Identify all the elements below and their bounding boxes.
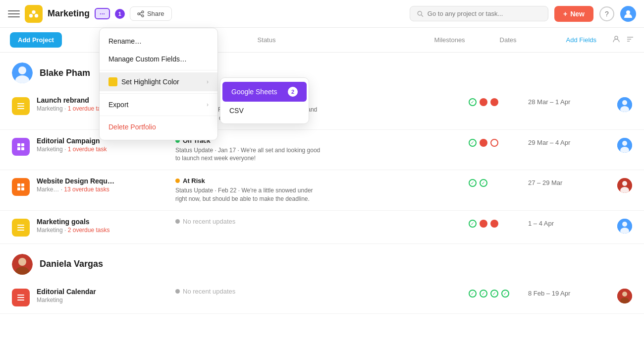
website-design-info: Website Design Requ… Marke… · 13 overdue… <box>37 177 165 193</box>
context-menu: Rename… Manage Custom Fields… Set Highli… <box>99 28 218 140</box>
dropdown-container: Rename… Manage Custom Fields… Set Highli… <box>99 28 309 140</box>
svg-point-10 <box>626 10 630 14</box>
menu-divider-1 <box>100 70 217 70</box>
list-icon-3 <box>16 293 25 302</box>
website-design-icon <box>12 178 30 196</box>
sort-icon[interactable] <box>626 35 634 45</box>
svg-rect-40 <box>17 230 24 231</box>
editorial-calendar-meta: Marketing <box>37 297 165 303</box>
daniela-avatar <box>12 254 33 275</box>
google-sheets-item[interactable]: Google Sheets 2 <box>222 82 307 102</box>
svg-rect-27 <box>21 147 24 150</box>
person-icon[interactable] <box>612 35 620 45</box>
milestone-dot-2 <box>480 98 487 106</box>
svg-line-9 <box>421 15 423 17</box>
svg-rect-38 <box>17 225 24 226</box>
breadcrumb-dots[interactable]: ··· <box>95 8 110 19</box>
share-label: Share <box>147 10 164 17</box>
blake-name: Blake Pham <box>40 68 90 78</box>
editorial-campaign-status-text: Status Update · Jan 17 · We're all set a… <box>175 146 324 163</box>
launch-rebrand-icon <box>12 97 30 115</box>
csv-item[interactable]: CSV <box>220 102 309 120</box>
editorial-calendar-status: No recent updates <box>165 288 469 297</box>
rename-item[interactable]: Rename… <box>100 32 217 50</box>
marketing-goals-meta: Marketing · 2 overdue tasks <box>37 227 165 234</box>
editorial-campaign-milestones: ✓ <box>469 137 528 147</box>
website-design-status-text: Status Update · Feb 22 · We're a little … <box>175 186 324 203</box>
milestone-dot-1: ✓ <box>469 290 477 298</box>
delete-portfolio-item[interactable]: Delete Portfolio <box>100 118 217 136</box>
svg-rect-18 <box>17 103 24 104</box>
milestone-dot-3 <box>490 220 498 228</box>
editorial-campaign-assignee <box>607 137 632 153</box>
marketing-goals-avatar <box>617 219 632 234</box>
editorial-calendar-dates: 8 Feb – 19 Apr <box>528 288 607 297</box>
svg-point-36 <box>622 181 627 186</box>
editorial-campaign-meta: Marketing · 1 overdue task <box>37 146 165 153</box>
hamburger-menu[interactable] <box>8 8 20 20</box>
milestone-dot-1: ✓ <box>469 139 477 147</box>
grid-icon-2 <box>16 182 25 191</box>
editorial-calendar-avatar <box>617 289 632 303</box>
editorial-campaign-status: On Track Status Update · Jan 17 · We're … <box>165 137 469 163</box>
highlight-color-item[interactable]: Set Highlight Color › <box>100 72 217 91</box>
asana-icon <box>28 8 39 19</box>
milestone-dot-2 <box>480 220 487 228</box>
marketing-goals-status-label: No recent updates <box>175 218 459 225</box>
status-dot-gray-2 <box>175 289 180 294</box>
svg-rect-34 <box>21 187 24 190</box>
share-button[interactable]: Share <box>130 6 172 21</box>
manage-fields-item[interactable]: Manage Custom Fields… <box>100 50 217 68</box>
add-fields-button[interactable]: Add Fields <box>556 36 606 44</box>
svg-rect-47 <box>17 295 24 296</box>
blake-avatar <box>12 62 33 83</box>
website-design-milestones: ✓ ✓ <box>469 177 528 187</box>
search-input[interactable] <box>428 10 541 17</box>
marketing-goals-icon <box>12 219 30 237</box>
svg-point-4 <box>142 11 144 13</box>
export-item[interactable]: Export › <box>100 96 217 114</box>
list-icon <box>16 102 25 111</box>
editorial-campaign-avatar <box>617 138 632 153</box>
marketing-goals-assignee <box>607 218 632 234</box>
launch-rebrand-assignee <box>607 96 632 112</box>
col-milestones: Milestones <box>424 36 475 44</box>
milestone-dot-2 <box>480 139 487 147</box>
menu-divider-3 <box>100 116 217 116</box>
milestone-dot-2: ✓ <box>480 179 487 187</box>
svg-point-2 <box>35 14 38 17</box>
svg-point-22 <box>622 100 627 105</box>
new-button[interactable]: + New <box>554 6 593 22</box>
milestone-dot-2: ✓ <box>480 290 487 298</box>
website-design-overdue: 13 overdue tasks <box>64 186 109 193</box>
add-project-button[interactable]: Add Project <box>10 32 62 48</box>
launch-rebrand-avatar <box>617 97 632 112</box>
svg-point-8 <box>418 11 422 15</box>
svg-rect-32 <box>21 183 24 186</box>
editorial-campaign-icon <box>12 138 30 156</box>
marketing-goals-name: Marketing goals <box>37 218 165 226</box>
person-row-blake: Blake Pham <box>0 53 644 89</box>
search-icon <box>417 10 424 17</box>
svg-point-45 <box>18 258 26 266</box>
editorial-calendar-assignee <box>607 288 632 303</box>
search-bar[interactable] <box>410 6 548 21</box>
main-content: Blake Pham Launch rebrand Marketing · 1 … <box>0 53 644 361</box>
project-row-editorial-calendar: Editorial Calendar Marketing No recent u… <box>0 281 644 314</box>
list-icon-2 <box>16 223 25 232</box>
topnav: Marketing ··· 1 Share + New <box>0 0 644 28</box>
project-row-launch-rebrand: Launch rebrand Marketing · 1 overdue tas… <box>0 89 644 130</box>
app-icon <box>25 5 43 23</box>
subheader: Add Project Status Milestones Dates Add … <box>0 28 644 53</box>
milestone-dot-3: ✓ <box>490 290 498 298</box>
help-button[interactable]: ? <box>599 6 614 21</box>
marketing-goals-dates: 1 – 4 Apr <box>528 218 607 227</box>
svg-line-6 <box>140 12 142 13</box>
website-design-dates: 27 – 29 Mar <box>528 177 607 186</box>
editorial-calendar-icon <box>12 289 30 306</box>
col-dates: Dates <box>490 36 527 44</box>
svg-rect-20 <box>17 108 24 109</box>
svg-rect-39 <box>17 227 24 228</box>
website-design-meta: Marke… · 13 overdue tasks <box>37 186 165 193</box>
user-avatar[interactable] <box>620 6 636 22</box>
